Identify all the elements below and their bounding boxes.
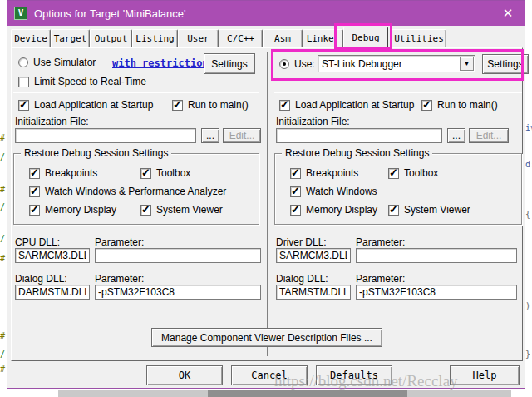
watch-windows-checkbox-left[interactable]: ✓ Watch Windows & Performance Analyzer	[29, 186, 226, 197]
init-file-label-right: Initialization File:	[276, 116, 350, 127]
separator	[13, 92, 259, 93]
load-app-checkbox-right[interactable]: ✓ Load Application at Startup	[279, 99, 414, 111]
load-app-checkbox-left[interactable]: ✓ Load Application at Startup	[18, 99, 153, 111]
driver-dll-label: Driver DLL:	[276, 236, 327, 248]
checkbox-box: ✓	[18, 77, 29, 87]
debug-tab-page: Use Simulator with restrictions Settings…	[11, 47, 523, 361]
debugger-settings-button[interactable]: Settings	[482, 54, 529, 74]
memory-display-checkbox-right[interactable]: ✓ Memory Display	[290, 204, 377, 216]
defaults-button[interactable]: Defaults	[316, 365, 392, 385]
background-artifact: /	[0, 152, 5, 161]
tab-cpp[interactable]: C/C++	[219, 29, 263, 48]
tab-asm[interactable]: Asm	[263, 29, 303, 48]
simulator-settings-button[interactable]: Settings	[204, 53, 255, 74]
use-simulator-radio[interactable]: Use Simulator	[18, 57, 96, 68]
dialog-dll-input-left[interactable]	[15, 285, 90, 300]
toolbox-label: Toolbox	[156, 167, 190, 179]
radio-circle	[279, 59, 289, 69]
background-artifact: /	[0, 350, 5, 359]
watch-windows-label: Watch Windows & Performance Analyzer	[45, 186, 226, 197]
run-to-main-label: Run to main()	[188, 99, 249, 111]
toolbox-label: Toolbox	[404, 167, 438, 179]
system-viewer-checkbox-right[interactable]: ✓ System Viewer	[388, 204, 470, 216]
titlebar: V Options for Target 'MiniBalance' ✕	[7, 1, 525, 26]
cancel-button[interactable]: Cancel	[231, 365, 308, 385]
memory-display-label: Memory Display	[306, 204, 377, 216]
cpu-parameter-input[interactable]	[95, 248, 261, 263]
toolbox-checkbox-right[interactable]: ✓ Toolbox	[388, 167, 438, 179]
system-viewer-label: System Viewer	[404, 204, 470, 216]
parameter-label: Parameter:	[356, 236, 405, 248]
background-artifact: #	[0, 331, 5, 340]
background-artifact: iv	[525, 123, 532, 132]
dialog-parameter-input-left[interactable]	[95, 285, 261, 300]
checkbox-box: ✓	[290, 168, 301, 179]
tab-user[interactable]: User	[178, 29, 219, 48]
radio-circle	[18, 57, 28, 67]
tab-debug[interactable]: Debug	[343, 27, 388, 49]
dialog-dll-label-right: Dialog DLL:	[276, 273, 328, 285]
run-to-main-checkbox-right[interactable]: ✓ Run to main()	[421, 99, 498, 111]
column-divider	[267, 52, 268, 356]
keil-uvision-icon: V	[14, 7, 27, 20]
background-artifact: /	[0, 202, 5, 211]
tab-utilities[interactable]: Utilities	[392, 29, 446, 48]
with-restrictions-link[interactable]: with restrictions	[112, 57, 214, 69]
init-file-browse-button-left[interactable]: ...	[201, 128, 219, 143]
watch-windows-label: Watch Windows	[306, 186, 377, 197]
ok-button[interactable]: OK	[146, 365, 223, 385]
tab-device[interactable]: Device	[11, 29, 51, 48]
init-file-browse-button-right[interactable]: ...	[447, 128, 466, 143]
background-artifact: #	[0, 133, 5, 142]
checkbox-box: ✓	[29, 168, 40, 179]
use-debugger-radio[interactable]: Use:	[279, 58, 315, 70]
manage-component-viewer-button[interactable]: Manage Component Viewer Description File…	[151, 328, 382, 347]
system-viewer-checkbox-left[interactable]: ✓ System Viewer	[140, 204, 223, 216]
breakpoints-label: Breakpoints	[45, 167, 97, 179]
tab-listing[interactable]: Listing	[132, 29, 178, 48]
background-scrollbar-track	[58, 390, 511, 397]
load-app-label: Load Application at Startup	[295, 99, 414, 111]
separator	[274, 92, 522, 93]
memory-display-checkbox-left[interactable]: ✓ Memory Display	[29, 204, 116, 216]
debugger-selected-value: ST-Link Debugger	[322, 58, 402, 70]
cpu-dll-label: CPU DLL:	[15, 236, 60, 248]
init-file-edit-button-right[interactable]: Edit...	[469, 128, 509, 143]
checkbox-box: ✓	[29, 205, 40, 216]
background-artifact: #	[0, 254, 5, 263]
tab-output[interactable]: Output	[90, 29, 132, 48]
restore-settings-group-left: Restore Debug Session Settings ✓ Breakpo…	[13, 153, 259, 225]
background-artifact: {	[525, 210, 530, 219]
tab-target[interactable]: Target	[51, 29, 90, 48]
driver-parameter-input[interactable]	[356, 248, 517, 263]
group-title: Restore Debug Session Settings	[21, 147, 171, 159]
watch-windows-checkbox-right[interactable]: ✓ Watch Windows	[290, 186, 377, 197]
init-file-input-left[interactable]	[15, 128, 196, 143]
tab-linker[interactable]: Linker	[303, 29, 343, 48]
use-simulator-label: Use Simulator	[33, 57, 96, 68]
load-app-label: Load Application at Startup	[34, 99, 153, 111]
background-artifact: #	[0, 365, 5, 374]
background-border-line	[2, 33, 2, 383]
checkbox-box: ✓	[290, 186, 301, 197]
init-file-input-right[interactable]	[276, 128, 442, 143]
group-title: Restore Debug Session Settings	[282, 147, 432, 159]
toolbox-checkbox-left[interactable]: ✓ Toolbox	[140, 167, 190, 179]
init-file-edit-button-left[interactable]: Edit...	[223, 128, 261, 143]
background-page-strip	[0, 390, 532, 397]
chevron-down-icon[interactable]: ▼	[460, 57, 474, 71]
debugger-select[interactable]: ST-Link Debugger ▼	[318, 55, 475, 72]
close-icon[interactable]: ✕	[500, 5, 516, 22]
dialog-dll-input-right[interactable]	[276, 285, 351, 300]
help-button[interactable]: Help	[450, 365, 520, 385]
breakpoints-checkbox-right[interactable]: ✓ Breakpoints	[290, 167, 358, 179]
driver-dll-input[interactable]	[276, 248, 351, 263]
run-to-main-checkbox-left[interactable]: ✓ Run to main()	[172, 99, 249, 111]
limit-speed-checkbox[interactable]: ✓ Limit Speed to Real-Time	[18, 76, 146, 87]
cpu-dll-input[interactable]	[15, 248, 90, 263]
dialog-parameter-input-right[interactable]	[356, 285, 517, 300]
dialog-dll-label-left: Dialog DLL:	[15, 273, 67, 285]
checkbox-box: ✓	[140, 168, 151, 179]
breakpoints-checkbox-left[interactable]: ✓ Breakpoints	[29, 167, 97, 179]
background-artifact: }	[525, 350, 530, 359]
